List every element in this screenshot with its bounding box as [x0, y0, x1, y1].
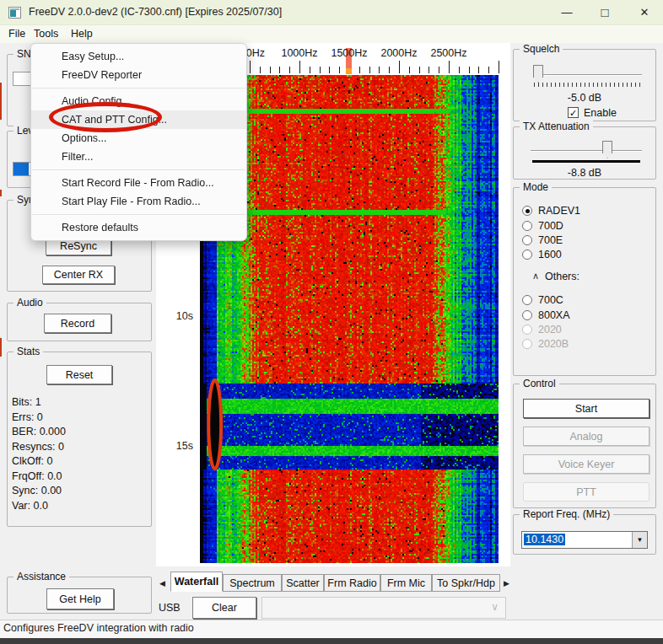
tab-scroll-right-icon[interactable]: ▶	[501, 576, 512, 591]
freq-label-1000: 1000Hz	[281, 47, 317, 59]
mode-label-700c[interactable]: 700C	[538, 294, 563, 306]
squelch-enable-checkbox[interactable]: ✓	[568, 107, 579, 118]
tab-waterfall[interactable]: Waterfall	[170, 572, 223, 592]
start-button[interactable]: Start	[523, 399, 650, 418]
mode-panel-label: Mode	[520, 181, 552, 193]
squelch-panel-label: Squelch	[520, 43, 563, 55]
analog-button: Analog	[523, 427, 650, 446]
menu-item-start-record-file[interactable]: Start Record File - From Radio...	[31, 174, 246, 192]
report-freq-value[interactable]: 10.1430	[524, 534, 565, 545]
mode-others-label[interactable]: Others:	[545, 271, 579, 282]
stat-var: Var: 0.0	[12, 500, 48, 512]
stat-resyncs: Resyncs: 0	[12, 441, 64, 453]
tx-atten-slider-thumb[interactable]	[602, 141, 612, 158]
tools-menu: Easy Setup... FreeDV Reporter Audio Conf…	[30, 43, 247, 241]
tx-attenuation-panel: TX Attenuation -8.8 dB	[513, 126, 656, 180]
mode-radio-radev1[interactable]	[522, 206, 532, 216]
annotation-red-oval	[49, 102, 162, 132]
menu-item-freedv-reporter[interactable]: FreeDV Reporter	[31, 66, 246, 84]
tab-frm-radio[interactable]: Frm Radio	[324, 574, 380, 592]
menu-separator	[32, 169, 245, 170]
ptt-button: PTT	[523, 482, 650, 502]
close-button[interactable]: ✕	[626, 0, 663, 25]
mode-radio-700e[interactable]	[522, 235, 532, 245]
center-rx-button[interactable]: Center RX	[42, 266, 115, 284]
chevron-up-icon[interactable]: ∧	[532, 271, 539, 282]
menu-item-easy-setup[interactable]: Easy Setup...	[31, 47, 246, 66]
rx-frequency-marker-base	[346, 68, 352, 74]
bottom-combo[interactable]: ∨	[261, 597, 506, 619]
stats-panel-label: Stats	[13, 346, 43, 357]
record-button[interactable]: Record	[44, 314, 111, 333]
menu-file[interactable]: File	[5, 27, 29, 40]
clear-button[interactable]: Clear	[192, 597, 256, 619]
mode-radio-700c[interactable]	[522, 295, 532, 305]
screen-edge-artifact	[0, 83, 2, 120]
freq-label-2000: 2000Hz	[380, 47, 417, 59]
dropdown-arrow-icon[interactable]: ▼	[632, 532, 647, 548]
stat-sync: Sync: 0.00	[12, 485, 62, 496]
stat-clkoff: ClkOff: 0	[12, 455, 52, 467]
reset-button[interactable]: Reset	[46, 365, 112, 384]
stat-frqoff: FrqOff: 0.0	[12, 470, 62, 482]
mode-radio-2020	[522, 325, 532, 335]
menu-item-options[interactable]: Options...	[31, 129, 246, 148]
tab-scroll-left-icon[interactable]: ◀	[157, 576, 168, 591]
tab-spectrum[interactable]: Spectrum	[223, 574, 282, 592]
usb-label: USB	[159, 602, 181, 614]
squelch-panel: Squelch -5.0 dB ✓ Enable	[513, 49, 656, 121]
tx-attenuation-panel-label: TX Attenuation	[520, 121, 593, 132]
tx-atten-slider-track[interactable]	[531, 150, 642, 152]
squelch-enable-label[interactable]: Enable	[584, 107, 617, 119]
voice-keyer-button: Voice Keyer	[523, 454, 650, 474]
mode-label-2020b: 2020B	[538, 338, 569, 350]
menu-separator	[32, 214, 245, 215]
audio-panel-label: Audio	[13, 297, 46, 309]
mode-label-700e[interactable]: 700E	[538, 234, 563, 246]
tx-atten-value: -8.8 dB	[514, 167, 655, 179]
mode-radio-700d[interactable]	[522, 221, 532, 231]
menu-item-filter[interactable]: Filter...	[31, 148, 246, 166]
time-label-15s: 15s	[156, 440, 193, 452]
window-title: FreeDV 2.0.0-dev2 (IC-7300.cnf) [Expires…	[29, 6, 282, 18]
menu-tools[interactable]: Tools	[30, 27, 62, 40]
level-gauge-fill	[13, 163, 29, 175]
freq-label-2500: 2500Hz	[430, 47, 466, 59]
tab-to-spkr-hdp[interactable]: To Spkr/Hdp	[432, 574, 500, 592]
mode-label-2020: 2020	[538, 324, 562, 335]
report-freq-panel-label: Report Freq. (MHz)	[520, 508, 613, 520]
minimize-button[interactable]: —	[548, 0, 585, 25]
window-bottom-edge	[0, 638, 663, 644]
mode-panel: Mode RADEV1 700D 700E 1600 ∧ Others: 700…	[513, 187, 656, 376]
get-help-button[interactable]: Get Help	[46, 588, 114, 609]
report-freq-combo[interactable]: 10.1430 ▼	[521, 531, 648, 549]
screen-edge-artifact	[0, 190, 2, 196]
menu-bar	[0, 25, 663, 43]
stat-bits: Bits: 1	[12, 396, 41, 408]
mode-label-radev1[interactable]: RADEV1	[538, 205, 580, 217]
menu-item-start-play-file[interactable]: Start Play File - From Radio...	[31, 192, 246, 211]
squelch-value: -5.0 dB	[514, 92, 655, 104]
combo-chevron-icon[interactable]: ∨	[491, 601, 499, 613]
maximize-button[interactable]: □	[586, 0, 623, 25]
menu-help[interactable]: Help	[67, 27, 96, 40]
mode-label-800xa[interactable]: 800XA	[538, 309, 570, 321]
squelch-slider-track[interactable]	[534, 74, 642, 76]
menu-separator	[32, 88, 245, 89]
mode-radio-1600[interactable]	[522, 250, 532, 260]
tx-atten-range-bar	[532, 160, 640, 163]
title-bar: FreeDV 2.0.0-dev2 (IC-7300.cnf) [Expires…	[0, 0, 663, 25]
time-label-10s: 10s	[156, 310, 193, 322]
squelch-slider-thumb[interactable]	[533, 65, 543, 83]
squelch-tickstrip	[534, 83, 641, 87]
menu-item-restore-defaults[interactable]: Restore defaults	[31, 218, 246, 237]
tab-scatter[interactable]: Scatter	[282, 574, 324, 592]
mode-label-1600[interactable]: 1600	[538, 249, 562, 260]
stat-errs: Errs: 0	[12, 411, 43, 423]
stat-ber: BER: 0.000	[12, 426, 66, 437]
mode-radio-800xa[interactable]	[522, 310, 532, 320]
tab-frm-mic[interactable]: Frm Mic	[380, 574, 432, 592]
control-panel-label: Control	[520, 378, 559, 389]
mode-label-700d[interactable]: 700D	[538, 220, 563, 232]
status-text: Configures FreeDV integration with radio	[3, 622, 194, 634]
